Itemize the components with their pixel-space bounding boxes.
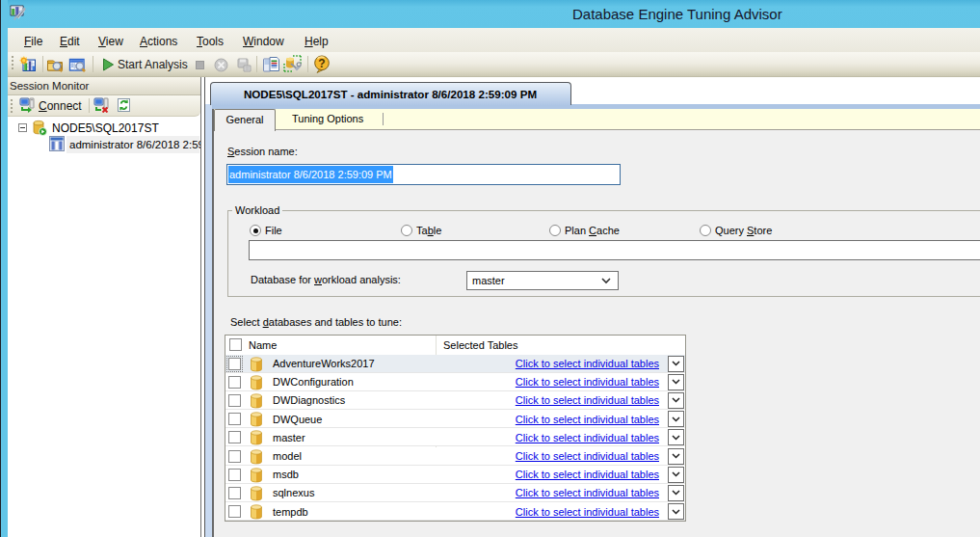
svg-text:?: ? — [318, 57, 325, 70]
